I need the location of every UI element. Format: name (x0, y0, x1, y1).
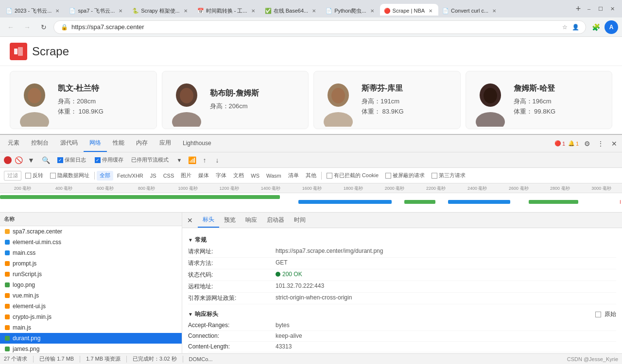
blocked-cookie-checkbox[interactable]: 有已拦截的 Cookie (324, 171, 381, 181)
browser-tab-tab8[interactable]: 📄 Convert curl c... ✕ (438, 4, 502, 16)
browser-tab-tab6[interactable]: 📄 Python爬虫... ✕ (322, 4, 380, 16)
detail-tabs: ✕ 标头预览响应启动器时间 (182, 213, 622, 228)
devtools-tab-应用[interactable]: 应用 (154, 135, 177, 152)
filter-icon[interactable]: ▼ (25, 154, 37, 166)
browser-tab-tab2[interactable]: 📄 spa7 - 飞书云... ✕ (65, 4, 128, 16)
devtools-tab-源代码[interactable]: 源代码 (54, 135, 84, 152)
search-icon[interactable]: 🔍 (40, 154, 52, 166)
tab-close-btn[interactable]: ✕ (310, 7, 318, 15)
devtools-tab-Lighthouse[interactable]: Lighthouse (177, 135, 217, 152)
filter-search[interactable]: 过滤 (4, 171, 21, 181)
blocked-cookie-label: 有已拦截的 Cookie (334, 172, 379, 179)
preserve-log-checkbox[interactable]: ✓ 保留日志 (54, 155, 89, 165)
file-item-6[interactable]: vue.min.js (0, 290, 182, 301)
url-text: https://spa7.scrape.center (71, 23, 557, 31)
devtools-tab-性能[interactable]: 性能 (107, 135, 130, 152)
resp-raw-checkbox[interactable]: 原始 (595, 310, 616, 318)
record-button[interactable] (4, 156, 12, 164)
hide-data-urls-checkbox[interactable]: 隐藏数据网址 (47, 171, 92, 181)
file-name-7: element-ui.js (13, 303, 178, 310)
filter-other[interactable]: 其他 (303, 171, 319, 181)
file-item-7[interactable]: element-ui.js (0, 301, 182, 312)
detail-tab-预览[interactable]: 预览 (219, 213, 241, 228)
tab-close-btn[interactable]: ✕ (117, 7, 124, 15)
browser-tab-tab5[interactable]: ✅ 在线 Base64... ✕ (261, 4, 322, 16)
file-item-8[interactable]: crypto-js.min.js (0, 312, 182, 322)
tab-favicon: 📄 (326, 7, 332, 14)
detail-tab-时间[interactable]: 时间 (289, 213, 311, 228)
file-item-1[interactable]: element-ui.min.css (0, 237, 182, 248)
devtools-tab-元素[interactable]: 元素 (2, 135, 25, 152)
file-item-2[interactable]: main.css (0, 248, 182, 258)
tab-close-btn[interactable]: ✕ (490, 7, 498, 15)
timeline-tick: 2200 毫秒 (415, 185, 457, 192)
file-item-10[interactable]: durant.png (0, 333, 182, 344)
star-icon[interactable]: ☆ (560, 23, 569, 32)
file-item-4[interactable]: runScript.js (0, 269, 182, 280)
tab-close-btn[interactable]: ✕ (368, 7, 376, 15)
browser-tab-tab4[interactable]: 📅 时间戳转换 - 工... ✕ (193, 4, 261, 16)
filter-search-label: 过滤 (7, 172, 18, 179)
close-button[interactable]: ✕ (608, 5, 616, 13)
address-bar[interactable]: 🔒 https://spa7.scrape.center ☆ 👤 (53, 20, 586, 34)
tab-close-btn[interactable]: ✕ (53, 7, 61, 15)
status-finish: 已完成时：3.02 秒 (133, 355, 176, 363)
devtools-tab-控制台[interactable]: 控制台 (25, 135, 54, 152)
file-item-9[interactable]: main.js (0, 322, 182, 333)
invert-checkbox[interactable]: 反转 (22, 171, 46, 181)
devtools-settings-icon[interactable]: ⚙ (581, 138, 593, 149)
throttle-dropdown[interactable]: ▼ (173, 154, 185, 166)
browser-tab-tab7[interactable]: 🔴 Scrape | NBA ✕ (380, 4, 438, 16)
clear-button[interactable]: 🚫 (15, 156, 22, 164)
maximize-button[interactable]: ☐ (597, 5, 605, 13)
devtools-tab-网络[interactable]: 网络 (84, 135, 107, 152)
filter-css[interactable]: CSS (160, 171, 177, 181)
extensions-icon[interactable]: 🧩 (589, 20, 603, 34)
third-party-checkbox[interactable]: 第三方请求 (429, 171, 468, 181)
forward-button[interactable]: → (20, 20, 34, 34)
devtools-tab-内存[interactable]: 内存 (130, 135, 154, 152)
blocked-requests-checkbox[interactable]: 被屏蔽的请求 (382, 171, 428, 181)
new-tab-button[interactable]: + (571, 2, 585, 16)
row-key-3: 远程地址: (188, 282, 276, 291)
file-item-11[interactable]: james.png (0, 344, 182, 353)
player-info-2: 斯蒂芬-库里 身高：191cm 体重： 83.9KG (362, 83, 455, 117)
profile-button[interactable]: A (605, 20, 618, 34)
player-weight-3: 体重： 99.8KG (514, 107, 607, 117)
tab-close-btn[interactable]: ✕ (427, 7, 434, 15)
devtools-close-icon[interactable]: ✕ (608, 138, 620, 149)
back-button[interactable]: ← (4, 20, 17, 34)
minimize-button[interactable]: – (585, 5, 593, 13)
detail-close-button[interactable]: ✕ (184, 215, 196, 226)
tab-close-btn[interactable]: ✕ (182, 7, 190, 15)
filter-doc[interactable]: 文档 (230, 171, 247, 181)
address-icons: ☆ 👤 (560, 23, 580, 32)
filter-clear[interactable]: 清单 (285, 171, 302, 181)
disable-cache-checkbox[interactable]: ✓ 停用缓存 (92, 155, 126, 165)
file-item-3[interactable]: prompt.js (0, 258, 182, 269)
tl-bar (529, 200, 578, 204)
logo-icon (10, 43, 27, 60)
status-requests: 27 个请求 (4, 355, 27, 363)
filter-all[interactable]: 全部 (97, 171, 113, 181)
filter-js[interactable]: JS (147, 171, 159, 181)
detail-tab-响应[interactable]: 响应 (241, 213, 262, 228)
file-item-0[interactable]: spa7.scrape.center (0, 226, 182, 237)
filter-ws[interactable]: WS (248, 171, 262, 181)
profile-icon[interactable]: 👤 (571, 23, 580, 32)
browser-tab-tab3[interactable]: 🐍 Scrapy 框架使... ✕ (128, 4, 193, 16)
filter-font[interactable]: 字体 (213, 171, 229, 181)
filter-wasm[interactable]: Wasm (263, 171, 284, 181)
detail-tab-标头[interactable]: 标头 (198, 213, 219, 228)
devtools-menu-icon[interactable]: ⋮ (595, 138, 606, 149)
filter-media[interactable]: 媒体 (195, 171, 212, 181)
file-item-5[interactable]: logo.png (0, 280, 182, 290)
filter-fetch-xhr[interactable]: Fetch/XHR (114, 171, 146, 181)
logo-svg (13, 46, 24, 57)
reload-button[interactable]: ↻ (37, 20, 51, 34)
lock-icon: 🔒 (60, 23, 69, 32)
filter-img[interactable]: 图片 (178, 171, 194, 181)
browser-tab-tab1[interactable]: 📄 2023 - 飞书云... ✕ (2, 4, 65, 16)
tab-close-btn[interactable]: ✕ (249, 7, 257, 15)
detail-tab-启动器[interactable]: 启动器 (262, 213, 289, 228)
